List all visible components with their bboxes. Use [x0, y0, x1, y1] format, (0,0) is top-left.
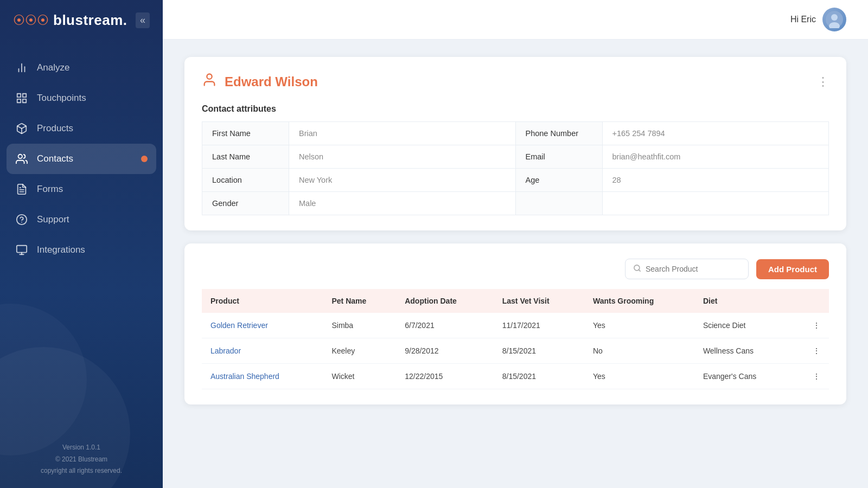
pet-name-cell: Simba	[323, 313, 396, 338]
attributes-table: First Name Brian Phone Number +165 254 7…	[202, 121, 829, 215]
diet-cell: Science Diet	[694, 313, 794, 338]
grooming-cell: Yes	[584, 364, 694, 389]
field-label: Age	[515, 169, 602, 192]
col-grooming: Wants Grooming	[584, 289, 694, 313]
svg-rect-3	[17, 94, 21, 97]
grooming-cell: Yes	[584, 313, 694, 338]
diet-cell: Evanger's Cans	[694, 364, 794, 389]
sidebar-item-forms[interactable]: Forms	[0, 174, 163, 204]
product-link[interactable]: Australian Shepherd	[210, 372, 279, 381]
field-value: brian@heathfit.com	[602, 145, 829, 169]
sidebar-item-products[interactable]: Products	[0, 113, 163, 144]
field-value: New York	[289, 169, 516, 192]
greeting-text: Hi Eric	[790, 15, 816, 24]
sidebar-item-label: Forms	[37, 184, 63, 195]
sidebar: ⦿⦿⦿ blustream. « Analyze Touchpoints Pro…	[0, 0, 163, 488]
sidebar-item-label: Support	[37, 214, 69, 225]
col-actions	[794, 289, 829, 313]
sidebar-item-label: Products	[37, 123, 73, 134]
main-content: Hi Eric Edward Wilson ⋮	[163, 0, 868, 488]
grooming-cell: No	[584, 338, 694, 364]
sidebar-item-contacts[interactable]: Contacts	[7, 144, 156, 174]
copyright-text: © 2021 Blustream	[13, 454, 150, 466]
products-card: Add Product Product Pet Name Adoption Da…	[184, 243, 846, 404]
touchpoints-icon	[15, 92, 28, 105]
table-row: Gender Male	[202, 192, 829, 215]
field-value: 28	[602, 169, 829, 192]
diet-cell: Wellness Cans	[694, 338, 794, 364]
field-empty	[515, 192, 602, 215]
svg-point-19	[207, 74, 212, 79]
table-row: First Name Brian Phone Number +165 254 7…	[202, 122, 829, 145]
contact-header: Edward Wilson ⋮	[202, 72, 829, 91]
search-input[interactable]	[646, 265, 741, 273]
last-vet-cell: 11/17/2021	[494, 313, 584, 338]
col-lastvet: Last Vet Visit	[494, 289, 584, 313]
svg-line-21	[639, 269, 640, 271]
sidebar-item-analyze[interactable]: Analyze	[0, 53, 163, 83]
svg-rect-6	[23, 99, 26, 102]
sidebar-item-support[interactable]: Support	[0, 204, 163, 235]
col-diet: Diet	[694, 289, 794, 313]
col-product: Product	[202, 289, 323, 313]
field-value: Brian	[289, 122, 516, 145]
table-header: Product Pet Name Adoption Date Last Vet …	[202, 289, 829, 313]
last-vet-cell: 8/15/2021	[494, 338, 584, 364]
analyze-icon	[15, 61, 28, 74]
user-info: Hi Eric	[790, 8, 846, 31]
sidebar-collapse-button[interactable]: «	[136, 12, 150, 28]
person-icon	[202, 72, 217, 91]
svg-point-17	[831, 14, 838, 21]
adoption-date-cell: 12/22/2015	[396, 364, 494, 389]
sidebar-item-touchpoints[interactable]: Touchpoints	[0, 83, 163, 113]
table-row: Labrador Keeley 9/28/2012 8/15/2021 No W…	[202, 338, 829, 364]
avatar	[822, 8, 846, 31]
products-toolbar: Add Product	[202, 259, 829, 279]
sidebar-item-label: Analyze	[37, 62, 69, 73]
attributes-title: Contact attributes	[202, 104, 829, 114]
product-link[interactable]: Labrador	[210, 346, 241, 355]
field-value: Male	[289, 192, 516, 215]
field-label: Location	[202, 169, 289, 192]
table-row: Golden Retriever Simba 6/7/2021 11/17/20…	[202, 313, 829, 338]
rights-text: copyright all rights reserved.	[13, 465, 150, 477]
sidebar-logo: ⦿⦿⦿ blustream. «	[0, 0, 163, 40]
last-vet-cell: 8/15/2021	[494, 364, 584, 389]
svg-point-8	[18, 155, 22, 158]
adoption-date-cell: 6/7/2021	[396, 313, 494, 338]
svg-rect-4	[23, 94, 26, 97]
topbar: Hi Eric	[163, 0, 868, 40]
pet-name-cell: Wicket	[323, 364, 396, 389]
field-label: Last Name	[202, 145, 289, 169]
contact-card: Edward Wilson ⋮ Contact attributes First…	[184, 57, 846, 230]
row-more-button[interactable]: ⋮	[794, 313, 829, 338]
field-label: Gender	[202, 192, 289, 215]
svg-rect-5	[17, 99, 21, 102]
logo-wave-icon: ⦿⦿⦿	[13, 14, 49, 28]
row-more-button[interactable]: ⋮	[794, 338, 829, 364]
sidebar-footer: Version 1.0.1 © 2021 Blustream copyright…	[0, 431, 163, 488]
products-table: Product Pet Name Adoption Date Last Vet …	[202, 289, 829, 389]
field-label: Phone Number	[515, 122, 602, 145]
col-adoption: Adoption Date	[396, 289, 494, 313]
row-more-button[interactable]: ⋮	[794, 364, 829, 389]
sidebar-item-label: Integrations	[37, 245, 85, 255]
search-icon	[633, 264, 641, 274]
table-row: Location New York Age 28	[202, 169, 829, 192]
more-options-icon[interactable]: ⋮	[817, 75, 829, 89]
version-text: Version 1.0.1	[13, 442, 150, 454]
field-value: +165 254 7894	[602, 122, 829, 145]
table-row: Last Name Nelson Email brian@heathfit.co…	[202, 145, 829, 169]
sidebar-item-integrations[interactable]: Integrations	[0, 235, 163, 265]
table-row: Australian Shepherd Wicket 12/22/2015 8/…	[202, 364, 829, 389]
add-product-button[interactable]: Add Product	[756, 259, 829, 279]
support-icon	[15, 213, 28, 226]
adoption-date-cell: 9/28/2012	[396, 338, 494, 364]
product-link[interactable]: Golden Retriever	[210, 321, 268, 330]
logo-text: blustream.	[53, 12, 127, 29]
contact-title: Edward Wilson	[202, 72, 318, 91]
contacts-icon	[15, 152, 28, 165]
col-petname: Pet Name	[323, 289, 396, 313]
search-box[interactable]	[625, 259, 749, 279]
contacts-badge	[141, 156, 148, 162]
